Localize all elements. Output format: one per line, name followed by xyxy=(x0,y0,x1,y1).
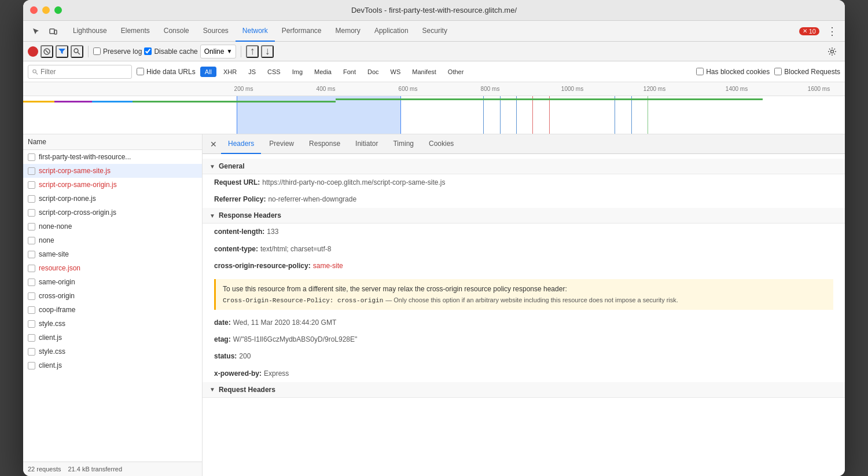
tab-sources[interactable]: Sources xyxy=(196,21,236,42)
hide-data-urls-label[interactable]: Hide data URLs xyxy=(137,68,196,76)
file-item-checkbox-8[interactable] xyxy=(28,265,35,272)
list-item[interactable]: none xyxy=(23,233,202,247)
filter-tag-ws[interactable]: WS xyxy=(386,67,406,77)
minimize-button[interactable] xyxy=(42,6,50,14)
file-item-checkbox-10[interactable] xyxy=(28,292,35,300)
panel-tab-response[interactable]: Response xyxy=(302,134,347,154)
tab-performance[interactable]: Performance xyxy=(275,21,329,42)
filter-tag-manifest[interactable]: Manifest xyxy=(407,67,441,77)
list-item[interactable]: cross-origin xyxy=(23,289,202,303)
blocked-requests-checkbox[interactable] xyxy=(774,68,782,75)
list-item[interactable]: script-corp-same-site.js xyxy=(23,164,202,178)
filter-tag-xhr[interactable]: XHR xyxy=(219,67,241,77)
window-title: DevTools - first-party-test-with-resourc… xyxy=(351,6,517,14)
list-item[interactable]: client.js xyxy=(23,331,202,345)
general-section-header[interactable]: ▼ General xyxy=(203,159,845,174)
tab-lighthouse[interactable]: Lighthouse xyxy=(66,21,114,42)
list-item[interactable]: style.css xyxy=(23,317,202,331)
filter-tag-js[interactable]: JS xyxy=(244,67,260,77)
response-headers-section-header[interactable]: ▼ Response Headers xyxy=(203,208,845,224)
device-toggle-icon[interactable] xyxy=(45,23,61,39)
filter-tag-css[interactable]: CSS xyxy=(263,67,285,77)
list-item[interactable]: resource.json xyxy=(23,261,202,275)
tab-memory[interactable]: Memory xyxy=(329,21,367,42)
tab-security[interactable]: Security xyxy=(415,21,454,42)
filter-tag-all[interactable]: All xyxy=(200,67,216,77)
panel-tab-preview[interactable]: Preview xyxy=(262,134,301,154)
download-icon[interactable]: ↓ xyxy=(261,45,274,58)
has-blocked-cookies-label[interactable]: Has blocked cookies xyxy=(696,68,770,76)
panel-tab-timing[interactable]: Timing xyxy=(386,134,421,154)
disable-cache-label[interactable]: Disable cache xyxy=(144,47,197,56)
list-item[interactable]: client.js xyxy=(23,358,202,372)
panel-tab-initiator[interactable]: Initiator xyxy=(348,134,385,154)
tab-network[interactable]: Network xyxy=(236,21,275,42)
list-item[interactable]: same-origin xyxy=(23,275,202,289)
preserve-log-label[interactable]: Preserve log xyxy=(93,47,142,56)
request-headers-section-header[interactable]: ▼ Request Headers xyxy=(203,382,845,398)
filter-tag-img[interactable]: Img xyxy=(288,67,307,77)
list-item[interactable]: script-corp-same-origin.js xyxy=(23,178,202,192)
tab-application[interactable]: Application xyxy=(367,21,415,42)
file-item-checkbox-15[interactable] xyxy=(28,362,35,369)
filter-tag-font[interactable]: Font xyxy=(339,67,361,77)
file-item-checkbox-0[interactable] xyxy=(28,153,35,161)
file-item-name-13: client.js xyxy=(39,334,62,342)
filter-input-wrap xyxy=(28,65,132,79)
file-item-checkbox-4[interactable] xyxy=(28,209,35,217)
record-button[interactable] xyxy=(28,46,38,57)
file-item-checkbox-6[interactable] xyxy=(28,237,35,244)
tab-console[interactable]: Console xyxy=(157,21,196,42)
file-item-checkbox-9[interactable] xyxy=(28,279,35,286)
panel-tab-cookies[interactable]: Cookies xyxy=(422,134,461,154)
filter-tag-media[interactable]: Media xyxy=(310,67,336,77)
list-item[interactable]: none-none xyxy=(23,219,202,233)
more-options-icon[interactable]: ⋮ xyxy=(824,23,840,39)
panel-close-button[interactable]: ✕ xyxy=(207,138,220,151)
bar-top xyxy=(23,101,336,102)
timeline-axis: 200 ms 400 ms 600 ms 800 ms 1000 ms 1200… xyxy=(23,82,845,96)
preserve-log-checkbox[interactable] xyxy=(93,47,101,55)
x-powered-by-val: Express xyxy=(264,368,289,379)
maximize-button[interactable] xyxy=(54,6,62,14)
top-tabs-right: ✕ 10 ⋮ xyxy=(799,23,840,39)
filter-tag-doc[interactable]: Doc xyxy=(363,67,384,77)
list-item[interactable]: same-site xyxy=(23,247,202,261)
tab-elements[interactable]: Elements xyxy=(114,21,157,42)
file-item-checkbox-11[interactable] xyxy=(28,306,35,314)
filter-tag-other[interactable]: Other xyxy=(443,67,469,77)
filter-icon[interactable] xyxy=(56,45,68,58)
stop-record-icon[interactable] xyxy=(41,45,53,58)
content-type-val: text/html; charset=utf-8 xyxy=(260,244,331,255)
file-item-checkbox-2[interactable] xyxy=(28,181,35,189)
cursor-icon[interactable] xyxy=(28,23,44,39)
file-item-checkbox-3[interactable] xyxy=(28,195,35,203)
filter-input[interactable] xyxy=(41,68,128,76)
timeline-chart[interactable] xyxy=(23,96,845,134)
list-item[interactable]: script-corp-cross-origin.js xyxy=(23,206,202,219)
blocked-requests-label[interactable]: Blocked Requests xyxy=(774,68,840,76)
list-item[interactable]: coop-iframe xyxy=(23,303,202,317)
file-item-checkbox-1[interactable] xyxy=(28,167,35,175)
file-item-checkbox-5[interactable] xyxy=(28,223,35,230)
file-item-checkbox-12[interactable] xyxy=(28,320,35,328)
throttle-select[interactable]: Online ▼ xyxy=(200,45,237,58)
filter-search-icon xyxy=(32,68,38,75)
hide-data-urls-checkbox[interactable] xyxy=(137,68,144,75)
settings-icon[interactable] xyxy=(824,43,840,60)
file-item-checkbox-7[interactable] xyxy=(28,251,35,258)
file-item-checkbox-14[interactable] xyxy=(28,348,35,356)
panel-tab-headers[interactable]: Headers xyxy=(221,134,261,154)
referrer-policy-key: Referrer Policy: xyxy=(214,194,266,205)
search-icon[interactable] xyxy=(71,45,83,58)
close-button[interactable] xyxy=(30,6,38,14)
list-item[interactable]: style.css xyxy=(23,345,202,358)
list-item[interactable]: script-corp-none.js xyxy=(23,192,202,206)
list-item[interactable]: first-party-test-with-resource... xyxy=(23,150,202,164)
upload-icon[interactable]: ↑ xyxy=(246,45,259,58)
disable-cache-checkbox[interactable] xyxy=(144,47,152,55)
tick-600ms: 600 ms xyxy=(399,86,418,92)
bar-green xyxy=(336,98,763,100)
file-item-checkbox-13[interactable] xyxy=(28,334,35,342)
has-blocked-cookies-checkbox[interactable] xyxy=(696,68,704,75)
